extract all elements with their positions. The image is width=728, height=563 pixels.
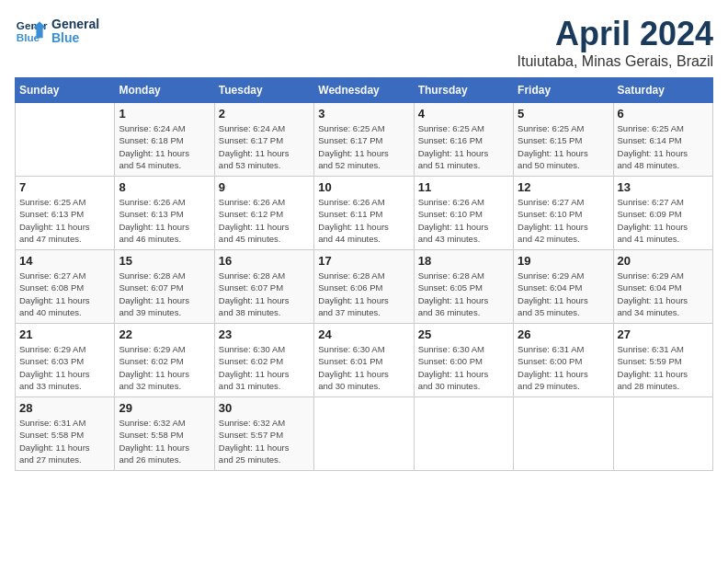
cell-info: Sunrise: 6:29 AM Sunset: 6:02 PM Dayligh… xyxy=(119,343,210,392)
cell-info: Sunrise: 6:26 AM Sunset: 6:10 PM Dayligh… xyxy=(418,196,509,245)
day-number: 22 xyxy=(119,327,210,341)
day-number: 9 xyxy=(219,180,310,194)
calendar-cell: 27Sunrise: 6:31 AM Sunset: 5:59 PM Dayli… xyxy=(613,324,712,397)
day-number: 26 xyxy=(518,327,609,341)
cell-info: Sunrise: 6:29 AM Sunset: 6:04 PM Dayligh… xyxy=(518,270,609,318)
day-number: 5 xyxy=(518,107,609,121)
day-number: 16 xyxy=(219,254,310,268)
calendar-week-row: 28Sunrise: 6:31 AM Sunset: 5:58 PM Dayli… xyxy=(16,397,713,471)
calendar-cell: 2Sunrise: 6:24 AM Sunset: 6:17 PM Daylig… xyxy=(214,103,313,177)
day-number: 4 xyxy=(418,107,509,121)
day-number: 29 xyxy=(119,401,210,415)
cell-info: Sunrise: 6:31 AM Sunset: 5:58 PM Dayligh… xyxy=(19,417,110,465)
month-title: April 2024 xyxy=(518,15,713,53)
cell-info: Sunrise: 6:28 AM Sunset: 6:05 PM Dayligh… xyxy=(418,270,509,318)
page-header: General Blue General Blue April 2024 Itu… xyxy=(15,15,713,70)
cell-info: Sunrise: 6:27 AM Sunset: 6:08 PM Dayligh… xyxy=(19,270,110,318)
calendar-cell: 17Sunrise: 6:28 AM Sunset: 6:06 PM Dayli… xyxy=(314,250,414,324)
logo-blue: Blue xyxy=(51,31,99,45)
day-number: 14 xyxy=(19,254,110,268)
calendar-week-row: 14Sunrise: 6:27 AM Sunset: 6:08 PM Dayli… xyxy=(16,250,713,324)
calendar-cell: 30Sunrise: 6:32 AM Sunset: 5:57 PM Dayli… xyxy=(214,397,313,471)
calendar-cell: 16Sunrise: 6:28 AM Sunset: 6:07 PM Dayli… xyxy=(214,250,313,324)
calendar-cell: 26Sunrise: 6:31 AM Sunset: 6:00 PM Dayli… xyxy=(514,324,613,397)
cell-info: Sunrise: 6:28 AM Sunset: 6:07 PM Dayligh… xyxy=(119,270,210,318)
day-number: 6 xyxy=(618,107,709,121)
day-number: 25 xyxy=(418,327,509,341)
calendar-cell xyxy=(514,397,613,471)
calendar-cell xyxy=(16,103,115,177)
cell-info: Sunrise: 6:25 AM Sunset: 6:15 PM Dayligh… xyxy=(518,122,609,171)
cell-info: Sunrise: 6:30 AM Sunset: 6:00 PM Dayligh… xyxy=(418,343,509,392)
day-number: 28 xyxy=(19,401,110,415)
calendar-cell: 6Sunrise: 6:25 AM Sunset: 6:14 PM Daylig… xyxy=(613,103,712,177)
cell-info: Sunrise: 6:28 AM Sunset: 6:07 PM Dayligh… xyxy=(219,270,310,318)
day-number: 19 xyxy=(518,254,609,268)
calendar-body: 1Sunrise: 6:24 AM Sunset: 6:18 PM Daylig… xyxy=(16,103,713,471)
cell-info: Sunrise: 6:24 AM Sunset: 6:18 PM Dayligh… xyxy=(119,122,210,171)
cell-info: Sunrise: 6:30 AM Sunset: 6:01 PM Dayligh… xyxy=(318,343,409,392)
cell-info: Sunrise: 6:26 AM Sunset: 6:13 PM Dayligh… xyxy=(119,196,210,245)
cell-info: Sunrise: 6:27 AM Sunset: 6:10 PM Dayligh… xyxy=(518,196,609,245)
logo-icon: General Blue xyxy=(15,15,48,48)
location-title: Ituiutaba, Minas Gerais, Brazil xyxy=(518,53,713,70)
cell-info: Sunrise: 6:30 AM Sunset: 6:02 PM Dayligh… xyxy=(219,343,310,392)
cell-info: Sunrise: 6:27 AM Sunset: 6:09 PM Dayligh… xyxy=(618,196,709,245)
calendar-cell: 8Sunrise: 6:26 AM Sunset: 6:13 PM Daylig… xyxy=(115,177,214,250)
cell-info: Sunrise: 6:31 AM Sunset: 6:00 PM Dayligh… xyxy=(518,343,609,392)
calendar-cell: 25Sunrise: 6:30 AM Sunset: 6:00 PM Dayli… xyxy=(414,324,513,397)
calendar-cell: 5Sunrise: 6:25 AM Sunset: 6:15 PM Daylig… xyxy=(514,103,613,177)
cell-info: Sunrise: 6:26 AM Sunset: 6:12 PM Dayligh… xyxy=(219,196,310,245)
day-number: 20 xyxy=(618,254,709,268)
day-number: 2 xyxy=(219,107,310,121)
cell-info: Sunrise: 6:25 AM Sunset: 6:13 PM Dayligh… xyxy=(19,196,110,245)
calendar-cell: 4Sunrise: 6:25 AM Sunset: 6:16 PM Daylig… xyxy=(414,103,513,177)
column-header-wednesday: Wednesday xyxy=(314,78,414,103)
cell-info: Sunrise: 6:25 AM Sunset: 6:17 PM Dayligh… xyxy=(318,122,409,171)
calendar-cell: 22Sunrise: 6:29 AM Sunset: 6:02 PM Dayli… xyxy=(115,324,214,397)
cell-info: Sunrise: 6:26 AM Sunset: 6:11 PM Dayligh… xyxy=(318,196,409,245)
column-header-tuesday: Tuesday xyxy=(214,78,313,103)
calendar-cell: 13Sunrise: 6:27 AM Sunset: 6:09 PM Dayli… xyxy=(613,177,712,250)
cell-info: Sunrise: 6:32 AM Sunset: 5:58 PM Dayligh… xyxy=(119,417,210,465)
calendar-header-row: SundayMondayTuesdayWednesdayThursdayFrid… xyxy=(16,78,713,103)
cell-info: Sunrise: 6:28 AM Sunset: 6:06 PM Dayligh… xyxy=(318,270,409,318)
day-number: 18 xyxy=(418,254,509,268)
day-number: 8 xyxy=(119,180,210,194)
day-number: 10 xyxy=(318,180,409,194)
calendar-cell xyxy=(414,397,513,471)
calendar-cell: 3Sunrise: 6:25 AM Sunset: 6:17 PM Daylig… xyxy=(314,103,414,177)
column-header-friday: Friday xyxy=(514,78,613,103)
day-number: 30 xyxy=(219,401,310,415)
day-number: 27 xyxy=(618,327,709,341)
cell-info: Sunrise: 6:29 AM Sunset: 6:04 PM Dayligh… xyxy=(618,270,709,318)
calendar-cell xyxy=(314,397,414,471)
calendar-cell: 19Sunrise: 6:29 AM Sunset: 6:04 PM Dayli… xyxy=(514,250,613,324)
logo-general: General xyxy=(51,17,99,31)
calendar-cell: 23Sunrise: 6:30 AM Sunset: 6:02 PM Dayli… xyxy=(214,324,313,397)
title-block: April 2024 Ituiutaba, Minas Gerais, Braz… xyxy=(518,15,713,70)
calendar-week-row: 1Sunrise: 6:24 AM Sunset: 6:18 PM Daylig… xyxy=(16,103,713,177)
calendar-cell: 20Sunrise: 6:29 AM Sunset: 6:04 PM Dayli… xyxy=(613,250,712,324)
calendar-cell: 14Sunrise: 6:27 AM Sunset: 6:08 PM Dayli… xyxy=(16,250,115,324)
calendar-cell: 9Sunrise: 6:26 AM Sunset: 6:12 PM Daylig… xyxy=(214,177,313,250)
cell-info: Sunrise: 6:25 AM Sunset: 6:14 PM Dayligh… xyxy=(618,122,709,171)
day-number: 17 xyxy=(318,254,409,268)
calendar-cell: 12Sunrise: 6:27 AM Sunset: 6:10 PM Dayli… xyxy=(514,177,613,250)
cell-info: Sunrise: 6:25 AM Sunset: 6:16 PM Dayligh… xyxy=(418,122,509,171)
calendar-cell xyxy=(613,397,712,471)
day-number: 15 xyxy=(119,254,210,268)
column-header-thursday: Thursday xyxy=(414,78,513,103)
day-number: 3 xyxy=(318,107,409,121)
day-number: 21 xyxy=(19,327,110,341)
calendar-cell: 11Sunrise: 6:26 AM Sunset: 6:10 PM Dayli… xyxy=(414,177,513,250)
calendar-cell: 1Sunrise: 6:24 AM Sunset: 6:18 PM Daylig… xyxy=(115,103,214,177)
day-number: 24 xyxy=(318,327,409,341)
calendar-cell: 24Sunrise: 6:30 AM Sunset: 6:01 PM Dayli… xyxy=(314,324,414,397)
column-header-saturday: Saturday xyxy=(613,78,712,103)
calendar-cell: 7Sunrise: 6:25 AM Sunset: 6:13 PM Daylig… xyxy=(16,177,115,250)
cell-info: Sunrise: 6:29 AM Sunset: 6:03 PM Dayligh… xyxy=(19,343,110,392)
calendar-cell: 10Sunrise: 6:26 AM Sunset: 6:11 PM Dayli… xyxy=(314,177,414,250)
day-number: 11 xyxy=(418,180,509,194)
calendar-week-row: 7Sunrise: 6:25 AM Sunset: 6:13 PM Daylig… xyxy=(16,177,713,250)
